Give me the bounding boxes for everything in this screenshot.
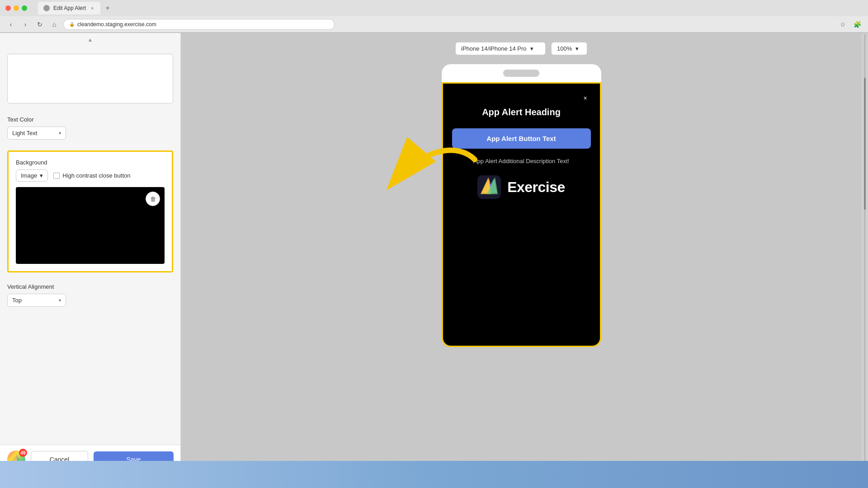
tab-close-button[interactable]: × [90, 5, 95, 11]
traffic-lights [5, 5, 27, 11]
scrollbar-thumb[interactable] [864, 78, 866, 210]
image-select-label: Image [21, 172, 37, 179]
notification-badge: 49 [19, 449, 27, 457]
vertical-alignment-value: Top [12, 297, 22, 304]
phone-alert-container: × App Alert Heading App Alert Button Tex… [442, 82, 601, 347]
textarea-section [0, 47, 180, 113]
tab-title-text: Edit App Alert [53, 5, 86, 11]
chevron-down-icon: ▾ [576, 45, 579, 52]
maximize-traffic-light[interactable] [22, 5, 27, 11]
text-color-section: Text Color Light Text ▾ [0, 113, 180, 147]
extensions-button[interactable]: 🧩 [852, 19, 863, 30]
text-input-field[interactable] [7, 54, 173, 103]
alert-heading: App Alert Heading [482, 107, 561, 117]
exercise-logo-icon [477, 175, 501, 199]
new-tab-button[interactable]: + [102, 3, 113, 14]
forward-button[interactable]: › [20, 19, 31, 30]
bookmark-button[interactable]: ☆ [837, 19, 848, 30]
zoom-label: 100% [557, 45, 572, 52]
text-color-dropdown[interactable]: Light Text ▾ [7, 127, 66, 140]
home-button[interactable]: ⌂ [49, 19, 60, 30]
high-contrast-checkbox-label[interactable]: High contrast close button [53, 172, 130, 179]
lock-icon: 🔒 [69, 22, 75, 27]
close-traffic-light[interactable] [5, 5, 11, 11]
background-image-preview: 🗑 [16, 187, 165, 264]
exercise-logo-row: Exercise [477, 175, 565, 199]
alert-close-row: × [452, 93, 591, 103]
alert-description: App Alert Additional Description Text! [473, 158, 569, 164]
vertical-alignment-label: Vertical Alignment [7, 283, 173, 290]
chevron-down-icon: ▾ [530, 45, 533, 52]
vertical-alignment-section: Vertical Alignment Top ▾ [0, 276, 180, 314]
high-contrast-checkbox[interactable] [53, 173, 60, 179]
scrollbar-track [864, 34, 866, 473]
alert-cta-button[interactable]: App Alert Button Text [452, 128, 591, 149]
text-color-value: Light Text [12, 130, 37, 136]
right-scrollbar[interactable] [862, 33, 868, 474]
chevron-down-icon: ▾ [59, 131, 61, 136]
address-bar: ‹ › ↻ ⌂ 🔒 cleandemo.staging.exercise.com… [0, 16, 868, 33]
bottom-gradient-bar [0, 461, 868, 488]
device-label: iPhone 14/iPhone 14 Pro [461, 45, 527, 52]
delete-image-button[interactable]: 🗑 [146, 192, 160, 206]
minimize-traffic-light[interactable] [14, 5, 19, 11]
phone-wrapper: × App Alert Heading App Alert Button Tex… [442, 64, 601, 347]
tab-bar: Edit App Alert × + [33, 1, 863, 15]
background-label: Background [16, 159, 165, 166]
zoom-dropdown[interactable]: 100% ▾ [551, 42, 587, 55]
image-type-dropdown[interactable]: Image ▾ [16, 169, 48, 182]
url-bar[interactable]: 🔒 cleandemo.staging.exercise.com [63, 19, 335, 30]
browser-titlebar: Edit App Alert × + [0, 0, 868, 16]
device-controls: iPhone 14/iPhone 14 Pro ▾ 100% ▾ [455, 42, 587, 55]
reload-button[interactable]: ↻ [34, 19, 45, 30]
url-text: cleandemo.staging.exercise.com [77, 21, 156, 28]
background-section: Background Image ▾ High contrast close b… [7, 150, 173, 272]
chevron-down-icon: ▾ [40, 172, 43, 179]
alert-modal: × App Alert Heading App Alert Button Tex… [443, 84, 600, 346]
main-content: ▲ Text Color Light Text ▾ Background Ima… [0, 33, 868, 474]
vertical-alignment-dropdown[interactable]: Top ▾ [7, 294, 66, 307]
text-color-label: Text Color [7, 116, 173, 123]
alert-close-button[interactable]: × [580, 93, 591, 103]
tab-edit-app-alert[interactable]: Edit App Alert × [38, 2, 100, 14]
exercise-brand-name: Exercise [507, 179, 565, 196]
browser-chrome: Edit App Alert × + ‹ › ↻ ⌂ 🔒 cleandemo.s… [0, 0, 868, 33]
phone-notch [503, 70, 539, 77]
high-contrast-label-text: High contrast close button [62, 172, 130, 179]
back-button[interactable]: ‹ [5, 19, 16, 30]
left-panel: ▲ Text Color Light Text ▾ Background Ima… [0, 33, 181, 474]
device-selector-dropdown[interactable]: iPhone 14/iPhone 14 Pro ▾ [455, 42, 546, 55]
phone-header-bar [442, 64, 601, 82]
tab-favicon [43, 5, 50, 11]
scroll-up-indicator: ▲ [0, 33, 180, 47]
center-area: iPhone 14/iPhone 14 Pro ▾ 100% ▾ × [181, 33, 862, 474]
chevron-down-icon: ▾ [59, 298, 61, 303]
background-header: Image ▾ High contrast close button [16, 169, 165, 182]
